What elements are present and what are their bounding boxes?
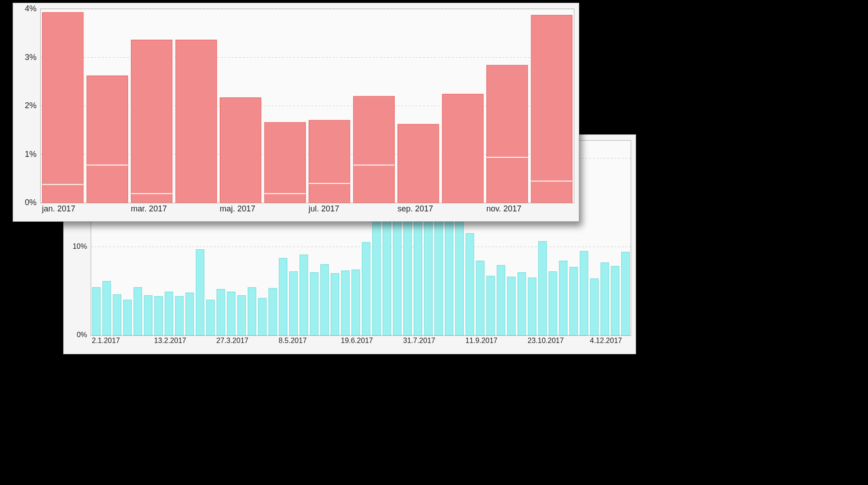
svg-rect-96 xyxy=(487,65,528,203)
svg-rect-44 xyxy=(497,265,505,335)
svg-rect-8 xyxy=(124,300,132,335)
svg-rect-49 xyxy=(549,272,557,335)
top-plot-area: B8B8 xyxy=(40,9,574,203)
svg-rect-10 xyxy=(144,296,152,335)
xtick-label: sep. 2017 xyxy=(397,204,433,214)
svg-rect-48 xyxy=(539,242,547,335)
xtick-label: 31.7.2017 xyxy=(403,337,435,345)
svg-rect-16 xyxy=(207,300,215,335)
svg-rect-28 xyxy=(331,274,339,335)
svg-rect-27 xyxy=(321,265,329,335)
svg-rect-22 xyxy=(269,288,277,335)
svg-rect-30 xyxy=(352,270,360,335)
svg-rect-45 xyxy=(508,277,516,335)
svg-rect-78 xyxy=(220,98,261,203)
xtick-label: 27.3.2017 xyxy=(217,337,249,345)
xtick-label: 11.9.2017 xyxy=(466,337,498,345)
svg-rect-29 xyxy=(342,271,350,335)
ytick-label: 10% xyxy=(73,242,87,251)
svg-rect-24 xyxy=(290,272,298,335)
svg-rect-52 xyxy=(580,251,588,335)
top-y-axis: 0%1%2%3%4% xyxy=(13,9,39,203)
svg-rect-7 xyxy=(113,295,121,335)
svg-rect-6 xyxy=(103,281,111,335)
xtick-label: 2.1.2017 xyxy=(92,337,120,345)
svg-rect-54 xyxy=(601,263,609,335)
svg-rect-55 xyxy=(611,266,619,335)
svg-rect-69 xyxy=(87,76,128,203)
ytick-label: 2% xyxy=(25,101,37,110)
svg-rect-87 xyxy=(353,96,394,203)
svg-rect-20 xyxy=(248,288,256,335)
svg-rect-56 xyxy=(622,252,630,335)
xtick-label: nov. 2017 xyxy=(486,204,522,214)
svg-rect-90 xyxy=(398,124,439,203)
xtick-label: 23.10.2017 xyxy=(528,337,564,345)
svg-rect-81 xyxy=(264,123,305,203)
svg-rect-40 xyxy=(456,211,464,335)
ytick-label: 3% xyxy=(25,52,37,62)
svg-rect-93 xyxy=(442,94,483,203)
svg-rect-23 xyxy=(279,258,287,335)
svg-rect-51 xyxy=(570,267,578,335)
xtick-label: 8.5.2017 xyxy=(279,337,307,345)
svg-rect-46 xyxy=(518,273,526,335)
xtick-label: mar. 2017 xyxy=(131,204,167,214)
svg-rect-9 xyxy=(134,288,142,335)
top-bars-svg: B8B8 xyxy=(41,9,574,203)
svg-rect-15 xyxy=(196,250,204,335)
xtick-label: 13.2.2017 xyxy=(154,337,186,345)
xtick-label: jul. 2017 xyxy=(309,204,339,214)
svg-rect-18 xyxy=(227,292,235,335)
svg-rect-66 xyxy=(42,13,83,203)
svg-rect-26 xyxy=(310,273,319,335)
bottom-x-axis: 2.1.201713.2.201727.3.20178.5.201719.6.2… xyxy=(91,337,631,352)
svg-rect-21 xyxy=(259,298,267,335)
svg-rect-5 xyxy=(92,288,101,335)
ytick-label: 0% xyxy=(77,331,87,339)
svg-rect-99 xyxy=(531,15,572,203)
svg-rect-19 xyxy=(238,296,246,335)
svg-rect-17 xyxy=(217,289,225,335)
svg-rect-53 xyxy=(591,279,599,335)
top-chart-panel: 0%1%2%3%4% B8B8 jan. 2017mar. 2017maj. 2… xyxy=(13,3,579,222)
svg-rect-72 xyxy=(131,40,172,203)
ytick-label: 0% xyxy=(25,198,37,207)
svg-rect-50 xyxy=(559,261,568,335)
svg-rect-25 xyxy=(300,255,308,335)
xtick-label: maj. 2017 xyxy=(220,204,255,214)
svg-rect-12 xyxy=(165,292,173,335)
svg-rect-11 xyxy=(155,297,163,335)
svg-rect-43 xyxy=(487,276,495,335)
svg-rect-42 xyxy=(476,261,485,335)
svg-rect-47 xyxy=(528,278,536,335)
top-x-axis: jan. 2017mar. 2017maj. 2017jul. 2017sep.… xyxy=(40,204,574,220)
ytick-label: 4% xyxy=(25,4,37,14)
xtick-label: 4.12.2017 xyxy=(590,337,622,345)
svg-rect-84 xyxy=(309,120,350,203)
svg-rect-41 xyxy=(466,233,474,335)
ytick-label: 1% xyxy=(25,149,37,159)
svg-rect-75 xyxy=(175,40,217,203)
svg-rect-14 xyxy=(186,293,194,335)
xtick-label: jan. 2017 xyxy=(42,204,75,214)
svg-rect-13 xyxy=(175,297,184,335)
xtick-label: 19.6.2017 xyxy=(341,337,373,345)
svg-rect-31 xyxy=(362,242,370,335)
